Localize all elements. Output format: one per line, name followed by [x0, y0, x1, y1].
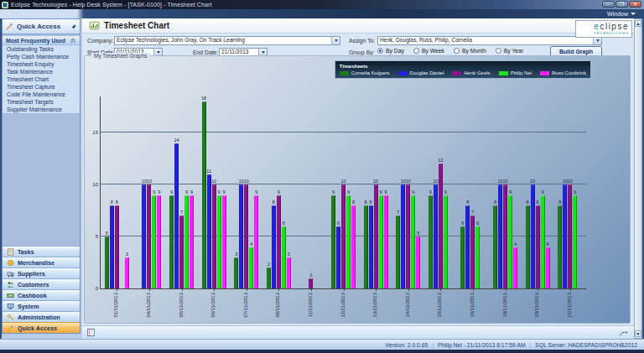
bar-philip-nel[interactable]: [249, 247, 253, 289]
bar-russ-combrink[interactable]: [222, 195, 226, 288]
bar-russ-combrink[interactable]: [416, 236, 420, 288]
nav-system[interactable]: System: [3, 300, 80, 311]
radio-by-day[interactable]: By Day: [377, 48, 404, 54]
bar-cornelia-kuijpers[interactable]: [428, 195, 433, 288]
refresh-arrow-icon[interactable]: [619, 329, 630, 337]
bar-cornelia-kuijpers[interactable]: [331, 195, 335, 288]
radio-by-year[interactable]: By Year: [496, 48, 523, 54]
bar-henk-geels[interactable]: [147, 184, 151, 288]
bar-douglas-daniel[interactable]: [142, 184, 146, 288]
bar-henk-geels[interactable]: [536, 205, 540, 288]
bar-henk-geels[interactable]: [341, 184, 345, 288]
assign-dropdown-button[interactable]: [593, 37, 601, 44]
bar-douglas-daniel[interactable]: [110, 205, 114, 288]
sidebar-item-code-file-maintenance[interactable]: Code File Maintenance: [3, 91, 80, 98]
bar-russ-combrink[interactable]: [384, 195, 388, 288]
nav-merchandise[interactable]: Merchandise: [3, 257, 80, 267]
sidebar-item-petty-cash-maintenance[interactable]: Petty Cash Maintenance: [3, 53, 80, 60]
sidebar-item-timesheet-chart[interactable]: Timesheet Chart: [3, 75, 80, 83]
close-button[interactable]: ✕: [629, 1, 641, 8]
maximize-button[interactable]: ❐: [615, 1, 628, 8]
sidebar-item-timesheet-targets[interactable]: Timesheet Targets: [3, 98, 80, 106]
bar-henk-geels[interactable]: [212, 184, 216, 288]
bar-russ-combrink[interactable]: [546, 247, 550, 289]
bar-philip-nel[interactable]: [346, 195, 351, 288]
scroll-up-button[interactable]: [635, 20, 641, 27]
bar-cornelia-kuijpers[interactable]: [396, 215, 400, 288]
bar-cornelia-kuijpers[interactable]: [234, 257, 238, 288]
company-dropdown-button[interactable]: [331, 37, 340, 44]
minimize-button[interactable]: –: [602, 1, 615, 8]
company-select[interactable]: Eclipse Technologies, John Gray, On Trac…: [114, 36, 340, 45]
bar-cornelia-kuijpers[interactable]: [169, 195, 174, 288]
bar-philip-nel[interactable]: [411, 195, 415, 288]
pin-icon[interactable]: [70, 23, 77, 30]
most-frequently-used-header[interactable]: Most Frequently Used: [3, 36, 80, 45]
window-menu[interactable]: Window: [607, 9, 636, 18]
bar-cornelia-kuijpers[interactable]: [526, 205, 530, 288]
bar-douglas-daniel[interactable]: [563, 184, 567, 288]
bar-philip-nel[interactable]: [217, 195, 221, 288]
bar-henk-geels[interactable]: [406, 184, 410, 288]
bar-philip-nel[interactable]: [508, 195, 512, 288]
nav-administration[interactable]: Administration: [3, 311, 80, 322]
bar-henk-geels[interactable]: [374, 184, 378, 288]
bar-philip-nel[interactable]: [282, 226, 286, 288]
bar-douglas-daniel[interactable]: [174, 143, 179, 288]
bar-cornelia-kuijpers[interactable]: [202, 101, 206, 288]
bar-douglas-daniel[interactable]: [239, 184, 243, 288]
bar-russ-combrink[interactable]: [513, 247, 517, 289]
bar-henk-geels[interactable]: [309, 278, 313, 288]
bar-philip-nel[interactable]: [184, 195, 189, 288]
bar-russ-combrink[interactable]: [125, 257, 129, 288]
bar-philip-nel[interactable]: [152, 195, 156, 288]
bar-douglas-daniel[interactable]: [207, 174, 211, 288]
bar-douglas-daniel[interactable]: [401, 184, 405, 288]
bar-philip-nel[interactable]: [444, 195, 448, 288]
bar-henk-geels[interactable]: [115, 205, 119, 288]
bar-henk-geels[interactable]: [568, 184, 572, 288]
bar-russ-combrink[interactable]: [157, 195, 161, 288]
assign-to-select[interactable]: Henk, Douglas, Russ, Philip, Cornelia: [377, 36, 602, 45]
nav-customers[interactable]: Customers: [3, 278, 80, 289]
nav-tasks[interactable]: Tasks: [3, 246, 80, 257]
bar-cornelia-kuijpers[interactable]: [558, 205, 562, 288]
radio-by-week[interactable]: By Week: [413, 48, 444, 54]
radio-by-month[interactable]: By Month: [454, 48, 486, 54]
bar-cornelia-kuijpers[interactable]: [267, 267, 271, 288]
bar-philip-nel[interactable]: [573, 195, 577, 288]
bar-russ-combrink[interactable]: [287, 257, 291, 288]
sidebar-item-timesheet-capture[interactable]: Timesheet Capture: [3, 83, 80, 91]
bar-henk-geels[interactable]: [470, 215, 475, 288]
bar-russ-combrink[interactable]: [351, 205, 356, 288]
notebook-icon[interactable]: [86, 328, 96, 337]
bar-cornelia-kuijpers[interactable]: [105, 236, 109, 288]
bar-douglas-daniel[interactable]: [434, 184, 438, 288]
bar-philip-nel[interactable]: [541, 195, 545, 288]
bar-henk-geels[interactable]: [503, 184, 507, 288]
bar-russ-combrink[interactable]: [190, 195, 194, 288]
bar-douglas-daniel[interactable]: [498, 184, 502, 288]
bar-cornelia-kuijpers[interactable]: [460, 226, 465, 288]
bar-philip-nel[interactable]: [475, 226, 480, 288]
bar-philip-nel[interactable]: [379, 195, 383, 288]
bar-cornelia-kuijpers[interactable]: [364, 205, 368, 288]
bar-douglas-daniel[interactable]: [465, 205, 470, 288]
bar-douglas-daniel[interactable]: [369, 205, 373, 288]
sidebar-item-task-maintenance[interactable]: Task Maintenance: [3, 68, 80, 75]
vertical-scrollbar[interactable]: [634, 18, 642, 339]
sidebar-item-timesheet-enquiry[interactable]: Timesheet Enquiry: [3, 60, 80, 68]
sidebar-item-outstanding-tasks[interactable]: Outstanding Tasks: [3, 45, 80, 53]
bar-russ-combrink[interactable]: [254, 195, 258, 288]
nav-suppliers[interactable]: Suppliers: [3, 267, 80, 278]
bar-henk-geels[interactable]: [179, 215, 184, 288]
bar-douglas-daniel[interactable]: [531, 184, 535, 288]
nav-quick-access[interactable]: Quick Access: [3, 322, 80, 333]
bar-henk-geels[interactable]: [439, 164, 443, 288]
sidebar-item-supplier-maintenance[interactable]: Supplier Maintenance: [3, 106, 80, 113]
bar-henk-geels[interactable]: [244, 184, 248, 288]
bar-douglas-daniel[interactable]: [272, 205, 276, 288]
nav-cashbook[interactable]: Cashbook: [3, 289, 80, 300]
bar-henk-geels[interactable]: [277, 195, 281, 288]
sidebar-header[interactable]: Quick Access: [3, 19, 80, 34]
